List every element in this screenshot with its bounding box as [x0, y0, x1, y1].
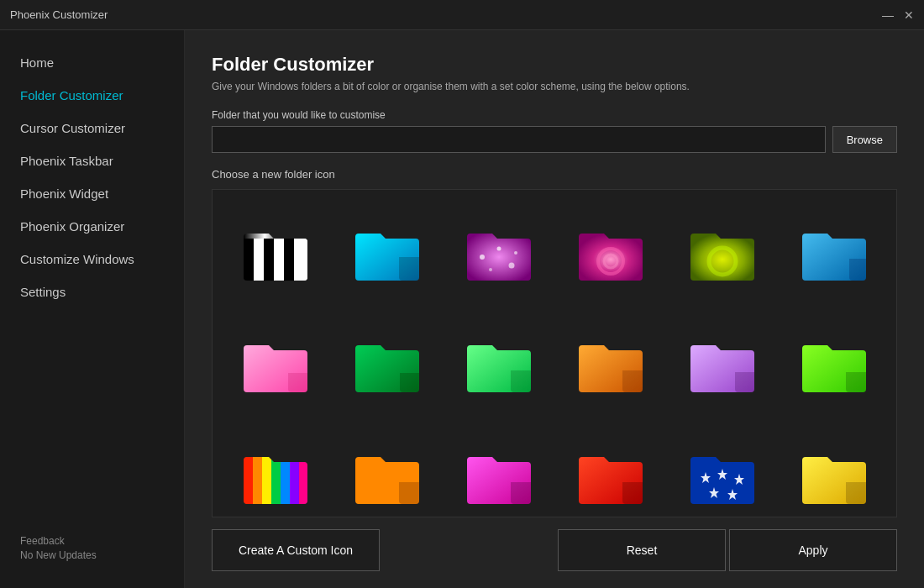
svg-point-7	[496, 246, 501, 250]
folder-icon-rainbow[interactable]	[224, 425, 326, 517]
titlebar: Phoenix Customizer — ✕	[0, 0, 924, 30]
svg-rect-0	[244, 239, 254, 281]
folder-icon-purple-dots[interactable]	[448, 202, 549, 303]
svg-rect-4	[284, 239, 294, 281]
svg-rect-16	[262, 457, 271, 505]
page-subtitle: Give your Windows folders a bit of color…	[212, 81, 897, 92]
folder-icon-pink-spiral[interactable]	[559, 202, 661, 303]
content-area: Folder Customizer Give your Windows fold…	[185, 30, 924, 588]
folder-icon-blue-stars[interactable]	[671, 425, 773, 517]
svg-rect-18	[281, 457, 290, 505]
svg-point-10	[514, 251, 517, 255]
folder-icon-yellow[interactable]	[783, 425, 885, 517]
reset-button[interactable]: Reset	[558, 529, 726, 571]
svg-point-9	[489, 268, 492, 271]
svg-point-6	[480, 255, 485, 260]
svg-rect-14	[244, 457, 253, 505]
close-button[interactable]: ✕	[904, 8, 914, 22]
svg-rect-20	[299, 457, 309, 505]
page-title: Folder Customizer	[212, 54, 897, 76]
folder-input-row: Browse	[212, 126, 897, 153]
browse-button[interactable]: Browse	[832, 126, 897, 153]
svg-rect-1	[254, 239, 264, 281]
updates-status: No New Updates	[20, 549, 164, 561]
create-custom-icon-button[interactable]: Create A Custom Icon	[212, 529, 380, 571]
app-title: Phoenix Customizer	[10, 8, 108, 21]
folder-icon-cyan[interactable]	[336, 202, 438, 303]
minimize-button[interactable]: —	[882, 8, 894, 22]
folder-path-input[interactable]	[212, 126, 826, 153]
folder-icon-pink-gradient[interactable]	[224, 313, 326, 415]
action-bar: Create A Custom Icon Reset Apply	[212, 529, 897, 571]
svg-rect-15	[253, 457, 262, 505]
svg-rect-5	[294, 239, 307, 281]
titlebar-controls: — ✕	[882, 8, 914, 22]
folder-field-label: Folder that you would like to customise	[212, 109, 897, 121]
sidebar-item-folder-customizer[interactable]: Folder Customizer	[0, 80, 184, 111]
apply-button[interactable]: Apply	[729, 529, 897, 571]
folder-icon-lime[interactable]	[783, 313, 885, 415]
svg-rect-19	[290, 457, 299, 505]
sidebar-item-home[interactable]: Home	[0, 47, 184, 78]
sidebar-item-customize-windows[interactable]: Customize Windows	[0, 244, 184, 275]
folder-icon-black-white[interactable]	[224, 202, 326, 303]
sidebar-item-cursor-customizer[interactable]: Cursor Customizer	[0, 113, 184, 144]
action-bar-spacer	[380, 529, 558, 571]
sidebar-item-phoenix-widget[interactable]: Phoenix Widget	[0, 178, 184, 209]
folder-icon-blue-plain[interactable]	[783, 202, 885, 303]
feedback-link[interactable]: Feedback	[20, 535, 164, 547]
icon-section-label: Choose a new folder icon	[212, 168, 897, 181]
sidebar-item-settings[interactable]: Settings	[0, 276, 184, 307]
sidebar-nav: Home Folder Customizer Cursor Customizer…	[0, 47, 184, 525]
icon-grid	[221, 198, 888, 517]
sidebar-item-phoenix-organizer[interactable]: Phoenix Organizer	[0, 211, 184, 242]
sidebar-item-phoenix-taskbar[interactable]: Phoenix Taskbar	[0, 145, 184, 176]
folder-icon-magenta[interactable]	[448, 425, 549, 517]
svg-rect-3	[274, 239, 284, 281]
main-layout: Home Folder Customizer Cursor Customizer…	[0, 30, 924, 588]
folder-icon-dark-green[interactable]	[336, 313, 438, 415]
sidebar: Home Folder Customizer Cursor Customizer…	[0, 30, 185, 588]
folder-icon-lavender[interactable]	[671, 313, 773, 415]
folder-icon-orange-solid[interactable]	[336, 425, 438, 517]
icon-grid-wrapper[interactable]	[212, 189, 897, 517]
folder-icon-red[interactable]	[559, 425, 661, 517]
folder-icon-green-swirl[interactable]	[671, 202, 773, 303]
sidebar-footer: Feedback No New Updates	[0, 525, 184, 571]
folder-icon-bright-green[interactable]	[448, 313, 549, 415]
svg-rect-17	[271, 457, 281, 505]
folder-icon-orange[interactable]	[559, 313, 661, 415]
svg-rect-2	[264, 239, 274, 281]
svg-point-8	[508, 262, 514, 268]
